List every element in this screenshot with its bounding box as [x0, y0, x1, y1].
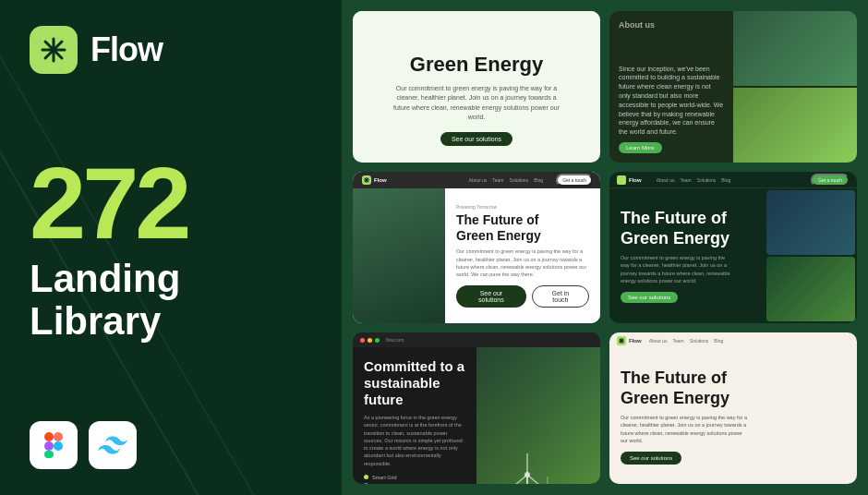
svg-line-16: [527, 475, 546, 484]
preview-card-1[interactable]: The Future ofGreen Energy Our commitment…: [353, 11, 600, 163]
card4-images: [765, 188, 857, 323]
card5-content: Committed to asustainable future As a pi…: [353, 347, 476, 484]
card2-house-image: [733, 11, 857, 86]
card5-list-item-2: Clean Tech: [364, 483, 465, 484]
preview-card-6: Flow About us Team Solutions Blog The Fu…: [609, 332, 857, 484]
tailwind-icon: [89, 421, 137, 469]
card6-nav-logo: Flow: [617, 336, 642, 345]
preview-card-2: About us Since our inception, we've been…: [609, 11, 857, 163]
card5-nav: flow.com: [353, 332, 600, 347]
preview-card-4: Flow About us Team Solutions Blog Get a …: [609, 172, 857, 323]
card4-body: The Future ofGreen Energy Our commitment…: [609, 188, 857, 323]
card4-nav: Flow About us Team Solutions Blog Get a …: [609, 172, 857, 188]
left-panel: Flow 272 Landing Library: [0, 0, 342, 495]
card6-title: The Future ofGreen Energy: [621, 368, 846, 408]
card3-primary-button[interactable]: See our solutions: [456, 285, 526, 308]
card4-content: The Future ofGreen Energy Our commitment…: [609, 188, 765, 323]
card4-nav-about: About us: [657, 177, 675, 183]
card3-title: The Future ofGreen Energy: [456, 212, 589, 244]
card1-desc: Our commitment to green energy is paving…: [393, 84, 560, 123]
card2-cta-button[interactable]: Learn More: [619, 142, 662, 153]
list-dot-2: [364, 483, 368, 484]
right-panel: The Future ofGreen Energy Our commitment…: [342, 0, 868, 495]
svg-rect-6: [44, 441, 54, 451]
card5-dot-yellow: [368, 338, 372, 343]
card3-brand-name: Flow: [374, 177, 387, 183]
svg-line-17: [509, 475, 527, 484]
hero-text: 272 Landing Library: [30, 74, 312, 421]
card5-body: Committed to asustainable future As a pi…: [353, 347, 600, 484]
brand-name: Flow: [90, 30, 163, 69]
brand-logo-icon: [30, 26, 78, 74]
card6-nav-links: About us Team Solutions Blog: [649, 338, 724, 344]
figma-logo-icon: [44, 432, 63, 458]
card5-dot-red: [360, 338, 365, 343]
card4-solar-image: [766, 190, 855, 255]
card6-nav-solutions: Solutions: [690, 338, 709, 344]
card4-nav-solutions: Solutions: [697, 177, 717, 183]
card5-list-item-1: Smart Grid: [364, 475, 465, 480]
card6-nav-blog: Blog: [714, 338, 723, 344]
preview-card-3: Flow About us Team Solutions Blog Get a …: [353, 172, 600, 323]
card2-left: About us Since our inception, we've been…: [609, 11, 733, 163]
card5-image-area: [476, 347, 600, 484]
card4-nav-icon: [617, 175, 626, 185]
card2-about-label: About us: [619, 20, 724, 30]
card4-nav-links: About us Team Solutions Blog: [657, 177, 731, 183]
asterisk-icon: [41, 37, 66, 63]
card6-nav-about: About us: [649, 338, 668, 344]
preview-card-5: flow.com Committed to asustainable futur…: [353, 332, 600, 484]
card6-brand-name: Flow: [629, 338, 642, 344]
card3-nav-team: Team: [492, 177, 503, 183]
card4-nav-logo: Flow: [617, 175, 642, 185]
card3-content: Powering Tomorrow The Future ofGreen Ene…: [445, 188, 600, 323]
card4-nav-cta[interactable]: Get a touch: [811, 174, 850, 187]
card4-title: The Future ofGreen Energy: [621, 209, 753, 248]
svg-rect-4: [44, 432, 54, 441]
tool-icons: [30, 421, 312, 469]
card3-nav-cta[interactable]: Get a touch: [556, 174, 593, 187]
card3-nav-icon: [362, 175, 371, 185]
hero-subtitle: Landing Library: [30, 258, 312, 343]
card3-buttons: See our solutions Get in touch: [456, 285, 589, 308]
card6-body: The Future ofGreen Energy Our commitment…: [609, 349, 857, 484]
card3-body: Powering Tomorrow The Future ofGreen Ene…: [353, 188, 600, 323]
card2-desc: Since our inception, we've been committe…: [619, 65, 724, 137]
card6-nav-team: Team: [672, 338, 683, 344]
card5-list: Smart Grid Clean Tech Green Tech: [364, 475, 465, 484]
card3-nav-solutions: Solutions: [510, 177, 529, 183]
card3-nav-logo: Flow: [362, 175, 387, 185]
card3-nav: Flow About us Team Solutions Blog Get a …: [353, 172, 600, 188]
card6-nav: Flow About us Team Solutions Blog: [609, 332, 857, 349]
card3-nav-about: About us: [469, 177, 488, 183]
tailwind-logo-icon: [98, 436, 127, 454]
card4-cta-button[interactable]: See our solutions: [621, 292, 678, 303]
card3-nav-links: About us Team Solutions Blog: [469, 177, 544, 183]
card6-desc: Our commitment to green energy is paving…: [621, 414, 750, 444]
card3-nav-blog: Blog: [534, 177, 543, 183]
card3-desc: Our commitment to green energy is paving…: [456, 248, 589, 278]
card3-secondary-button[interactable]: Get in touch: [532, 285, 589, 308]
card4-green-image: [766, 257, 855, 321]
card3-image-bg: [353, 188, 445, 323]
logo-area: Flow: [30, 26, 312, 74]
windmill-icon: [490, 449, 564, 484]
card4-nav-blog: Blog: [721, 177, 730, 183]
svg-rect-5: [54, 432, 63, 441]
card4-desc: Our commitment to green energy is paving…: [621, 254, 731, 284]
list-dot-1: [364, 475, 368, 479]
card6-cta-button[interactable]: See our solutions: [621, 452, 681, 465]
card5-url: flow.com: [386, 337, 404, 343]
card5-title: Committed to asustainable future: [364, 358, 465, 408]
card1-cta-button[interactable]: See our solutions: [440, 132, 512, 146]
card4-brand-name: Flow: [629, 177, 642, 183]
card5-dot-green: [375, 338, 380, 343]
card6-asterisk-icon: [619, 338, 624, 344]
card3-asterisk-icon: [364, 177, 369, 183]
card3-label: Powering Tomorrow: [456, 204, 589, 210]
card2-right: [733, 11, 857, 163]
figma-icon: [30, 421, 78, 469]
card3-hero-image: [353, 188, 445, 323]
card2-field-image: [733, 88, 857, 163]
card5-desc: As a pioneering force in the green energ…: [364, 414, 465, 467]
